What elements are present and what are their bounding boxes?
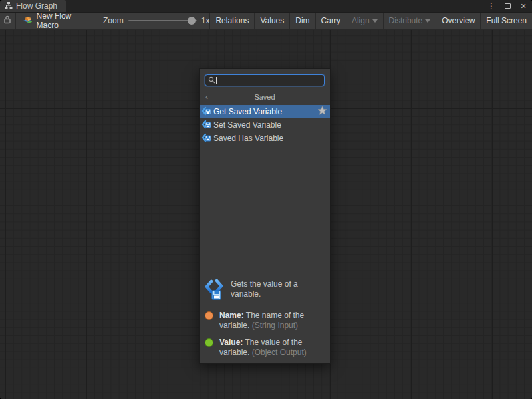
zoom-control: Zoom 1x bbox=[95, 13, 209, 29]
flow-macro-asset-icon bbox=[22, 15, 33, 27]
close-icon[interactable]: ✕ bbox=[519, 1, 528, 11]
lock-button[interactable] bbox=[0, 13, 16, 29]
finder-header: ‹ Saved bbox=[200, 90, 330, 104]
object-output-port-icon bbox=[205, 338, 213, 347]
align-dropdown-icon bbox=[372, 19, 378, 23]
tab-flow-graph[interactable]: Flow Graph bbox=[0, 0, 66, 12]
flow-graph-window: Flow Graph ⋮ ✕ bbox=[0, 0, 532, 399]
list-item-saved-has-variable[interactable]: Saved Has Variable bbox=[200, 132, 330, 145]
carry-button[interactable]: Carry bbox=[315, 13, 346, 29]
distribute-dropdown-icon bbox=[425, 19, 430, 23]
distribute-button: Distribute bbox=[383, 13, 436, 29]
saved-variable-icon bbox=[201, 132, 212, 145]
zoom-label: Zoom bbox=[103, 16, 124, 25]
values-button[interactable]: Values bbox=[254, 13, 289, 29]
finder-category-title: Saved bbox=[254, 93, 275, 101]
title-bar: Flow Graph ⋮ ✕ bbox=[0, 0, 532, 12]
list-item-set-saved-variable[interactable]: Set Saved Variable bbox=[200, 118, 330, 132]
zoom-slider-handle[interactable] bbox=[188, 17, 196, 25]
list-item-label: Set Saved Variable bbox=[213, 120, 281, 130]
finder-list: Get Saved Variable Set Saved Vari bbox=[200, 105, 330, 273]
unit-summary-row: Gets the value of a variable. bbox=[205, 279, 323, 303]
back-chevron-icon[interactable]: ‹ bbox=[205, 92, 208, 102]
favorite-star-icon[interactable] bbox=[317, 106, 327, 118]
maximize-icon[interactable] bbox=[503, 1, 512, 11]
port-name-description: Name: The name of the variable. (String … bbox=[219, 311, 314, 331]
list-item-label: Saved Has Variable bbox=[213, 134, 283, 143]
full-screen-button[interactable]: Full Screen bbox=[480, 13, 532, 29]
port-row-name: Name: The name of the variable. (String … bbox=[205, 311, 323, 331]
align-button: Align bbox=[346, 13, 383, 29]
fuzzy-finder-popup: ‹ Saved Get Saved Variable bbox=[199, 68, 331, 364]
unit-summary: Gets the value of a variable. bbox=[231, 279, 323, 303]
overview-button[interactable]: Overview bbox=[436, 13, 480, 29]
relations-button[interactable]: Relations bbox=[209, 13, 254, 29]
unit-description-panel: Gets the value of a variable. Name: The … bbox=[200, 273, 330, 363]
window-controls: ⋮ ✕ bbox=[487, 0, 528, 12]
new-flow-macro-button[interactable]: New Flow Macro bbox=[16, 13, 95, 29]
window-menu-icon[interactable]: ⋮ bbox=[487, 1, 496, 11]
list-item-label: Get Saved Variable bbox=[213, 107, 282, 116]
graph-toolbar: New Flow Macro Zoom 1x Relations Values … bbox=[0, 12, 532, 29]
get-variable-icon bbox=[205, 279, 225, 303]
port-row-value: Value: The value of the variable. (Objec… bbox=[205, 338, 323, 358]
search-input[interactable] bbox=[217, 76, 321, 85]
port-value-description: Value: The value of the variable. (Objec… bbox=[219, 338, 314, 358]
toolbar-buttons: Relations Values Dim Carry Align Distrib… bbox=[209, 13, 532, 29]
zoom-value: 1x bbox=[201, 16, 210, 25]
zoom-slider-track bbox=[128, 20, 197, 21]
saved-variable-icon bbox=[201, 106, 212, 118]
search-area bbox=[200, 69, 330, 90]
search-box[interactable] bbox=[205, 74, 325, 86]
search-icon bbox=[208, 74, 215, 86]
zoom-slider[interactable] bbox=[128, 17, 197, 25]
new-flow-macro-label: New Flow Macro bbox=[37, 11, 88, 30]
tab-title: Flow Graph bbox=[16, 1, 57, 11]
dim-button[interactable]: Dim bbox=[289, 13, 315, 29]
string-input-port-icon bbox=[205, 311, 213, 320]
flow-graph-icon bbox=[5, 1, 13, 11]
saved-variable-icon bbox=[201, 119, 212, 132]
list-item-get-saved-variable[interactable]: Get Saved Variable bbox=[200, 105, 330, 118]
lock-icon bbox=[3, 15, 11, 26]
